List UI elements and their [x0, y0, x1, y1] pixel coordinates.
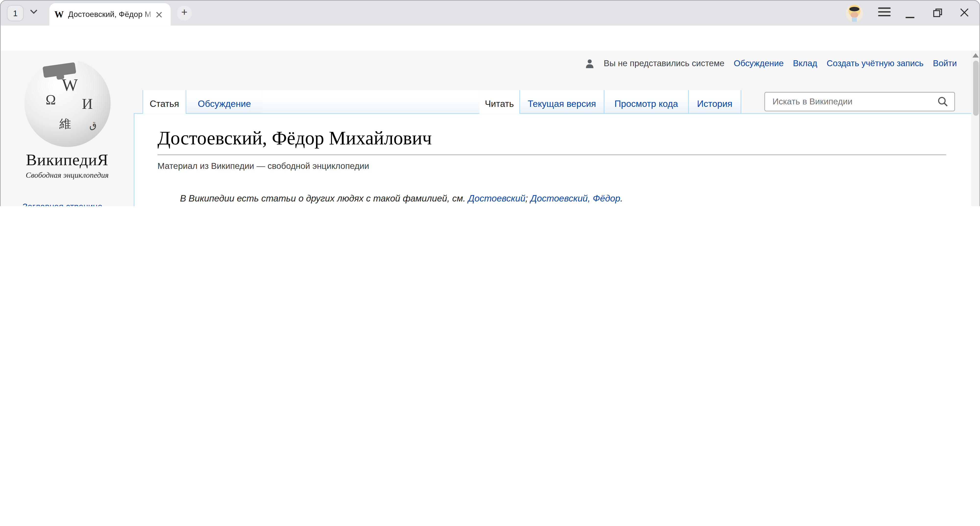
wikipedia-favicon: W: [54, 9, 64, 20]
tab-counter-button[interactable]: 1: [7, 5, 24, 21]
tab-title: Достоевский, Фёдор М: [68, 10, 156, 19]
article-subtitle: Материал из Википедии — свободной энцикл…: [158, 161, 946, 171]
tab-article[interactable]: Статья: [143, 90, 186, 114]
personal-links: Вы не представились системе Обсуждение В…: [585, 59, 957, 68]
wiki-search: [764, 92, 955, 111]
personal-link-createaccount[interactable]: Создать учётную запись: [827, 59, 924, 68]
personal-link-talk[interactable]: Обсуждение: [734, 59, 784, 68]
user-icon: [585, 59, 594, 68]
tab-talk[interactable]: Обсуждение: [186, 90, 262, 114]
browser-tab[interactable]: W Достоевский, Фёдор М: [49, 3, 171, 26]
personal-link-contribs[interactable]: Вклад: [793, 59, 817, 68]
sidebar-link[interactable]: Заглавная страница: [22, 203, 134, 206]
close-window-button[interactable]: [959, 8, 969, 18]
anon-notice: Вы не представились системе: [604, 59, 724, 68]
browser-window: 1 W Достоевский, Фёдор М + Я: [0, 0, 980, 206]
tab-current-version[interactable]: Текущая версия: [519, 90, 604, 114]
text-segment: ;: [525, 193, 530, 203]
text-segment: В Википедии есть статьи о других людях с…: [180, 193, 468, 203]
menu-icon[interactable]: [878, 8, 891, 18]
inline-link[interactable]: Достоевский: [468, 193, 525, 203]
text-segment: .: [620, 193, 623, 203]
title-rule: [158, 155, 946, 155]
tab-read[interactable]: Читать: [479, 90, 519, 114]
chevron-down-icon[interactable]: [29, 9, 38, 15]
scroll-up-icon[interactable]: [972, 53, 979, 57]
search-input[interactable]: [771, 96, 938, 107]
wikipedia-page: W Ω И 維 ق ВикипедиЯ Свободная энциклопед…: [1, 51, 980, 206]
scrollbar-thumb[interactable]: [973, 61, 979, 116]
article-title: Достоевский, Фёдор Михайлович: [158, 126, 946, 150]
wiki-sidebar: W Ω И 維 ق ВикипедиЯ Свободная энциклопед…: [1, 51, 134, 206]
restore-window-button[interactable]: [933, 8, 942, 18]
personal-link-login[interactable]: Войти: [933, 59, 957, 68]
search-icon[interactable]: [938, 96, 948, 107]
alice-avatar[interactable]: [846, 5, 863, 22]
tab-history[interactable]: История: [688, 90, 741, 114]
minimize-button[interactable]: [905, 17, 914, 18]
wikipedia-globe-logo[interactable]: W Ω И 維 ق: [24, 59, 110, 147]
address-bar: Я ru.wikipedia.org Достоевский, Фёдор Ми…: [1, 26, 980, 51]
sidebar-nav-main: Заглавная страницаСодержаниеИзбранные ст…: [22, 203, 134, 206]
tab-strip-spacer: [262, 90, 479, 114]
wikipedia-tagline: Свободная энциклопедия: [1, 171, 134, 180]
article-content: Достоевский, Фёдор Михайлович Материал и…: [134, 113, 971, 206]
inline-link[interactable]: Достоевский, Фёдор: [530, 193, 620, 203]
hatnote: В Википедии есть статьи о других людях с…: [180, 193, 947, 203]
tab-view-source[interactable]: Просмотр кода: [604, 90, 688, 114]
new-tab-button[interactable]: +: [177, 6, 192, 21]
tab-close-icon[interactable]: [156, 11, 162, 18]
tab-bar: 1 W Достоевский, Фёдор М +: [1, 1, 980, 26]
page-scrollbar[interactable]: [971, 51, 980, 206]
wikipedia-wordmark[interactable]: ВикипедиЯ: [1, 151, 134, 170]
